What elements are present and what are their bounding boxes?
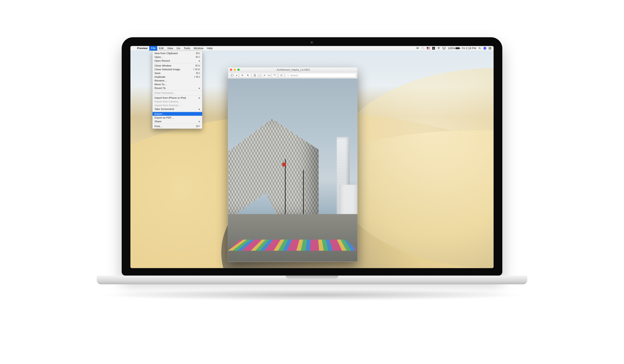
cloud-sync-icon[interactable] <box>421 47 424 50</box>
us-flag-icon[interactable] <box>427 47 430 50</box>
svg-point-0 <box>439 49 439 49</box>
file-menu-item[interactable]: Export as PDF… <box>153 116 202 119</box>
menu-help[interactable]: Help <box>205 46 214 51</box>
file-menu-item[interactable]: Print…⌘P <box>153 124 202 128</box>
menu-item-label: Import from Scanner… <box>155 104 200 107</box>
image-traffic-pole <box>285 159 286 221</box>
sidebar-toggle-caret[interactable]: ▾ <box>235 73 238 77</box>
markup-pen-button[interactable] <box>262 73 267 77</box>
file-menu-item[interactable]: Import from iPhone or iPad▸ <box>153 96 202 100</box>
file-menu-item[interactable]: Close Selected Image⇧⌘W <box>153 67 202 71</box>
menu-bar-clock[interactable]: Fri 2:18 PM <box>462 47 476 50</box>
menu-item-label: Share <box>155 120 199 123</box>
file-menu-item: Import from Camera… <box>153 100 202 103</box>
file-menu-item[interactable]: Export… <box>153 112 202 116</box>
menu-item-label: Rename… <box>155 79 200 82</box>
airplay-icon[interactable] <box>442 47 446 50</box>
a-square-icon[interactable]: A <box>432 47 435 50</box>
laptop-camera <box>310 41 314 44</box>
submenu-arrow-icon: ▸ <box>199 120 200 123</box>
rotate-button[interactable] <box>272 73 277 78</box>
window-title: Architecture_Hayley_LA.HEIC <box>277 68 310 71</box>
submenu-arrow-icon: ▸ <box>199 59 200 62</box>
file-menu-item: Enter Password… <box>153 91 202 95</box>
menu-item-shortcut: ⌘O <box>195 55 200 58</box>
file-menu-item[interactable]: Take Screenshot▸ <box>153 107 202 111</box>
menu-item-label: Open… <box>155 55 195 58</box>
battery-status[interactable]: 100% <box>448 47 460 50</box>
menu-item-label: Print… <box>155 125 196 128</box>
menu-item-shortcut: ⌘P <box>196 125 200 128</box>
battery-percent-text: 100% <box>448 47 455 50</box>
file-menu-dropdown: New from Clipboard⌘NOpen…⌘OOpen Recent▸C… <box>152 51 202 129</box>
svg-point-2 <box>479 47 480 49</box>
menu-item-label: Export… <box>155 112 200 115</box>
spotlight-icon[interactable] <box>478 47 481 50</box>
menu-item-shortcut: ⌘N <box>196 52 200 55</box>
window-close-button[interactable] <box>230 69 232 71</box>
menu-file[interactable]: File <box>149 46 157 51</box>
sidebar-toggle-button[interactable] <box>230 73 235 77</box>
menu-item-label: Open Recent <box>155 59 199 62</box>
window-zoom-button[interactable] <box>237 69 240 71</box>
toolbar-search[interactable]: Search <box>286 73 356 78</box>
menu-view[interactable]: View <box>165 46 175 51</box>
file-menu-item[interactable]: Share▸ <box>153 119 202 123</box>
menu-tools[interactable]: Tools <box>182 46 192 51</box>
file-menu-item[interactable]: Revert To▸ <box>153 86 202 90</box>
image-traffic-sign <box>282 163 286 166</box>
macos-desktop: Preview File Edit View Go Tools Window H… <box>130 46 494 268</box>
menu-item-shortcut: ⌘W <box>195 64 200 67</box>
menu-separator <box>153 63 202 63</box>
file-menu-item: Import from Scanner… <box>153 103 202 107</box>
file-menu-item[interactable]: New from Clipboard⌘N <box>153 51 202 55</box>
preview-toolbar: ▾ <box>228 72 357 78</box>
notification-center-icon[interactable] <box>489 47 491 49</box>
search-placeholder: Search <box>290 74 298 77</box>
search-icon <box>287 74 289 77</box>
menu-item-label: Take Screenshot <box>155 107 199 110</box>
file-menu-item[interactable]: Move To… <box>153 82 202 86</box>
laptop-base <box>97 276 527 284</box>
file-menu-item[interactable]: Close Window⌘W <box>153 64 202 67</box>
dropbox-icon[interactable] <box>416 47 419 50</box>
menu-item-label: Import from iPhone or iPad <box>155 96 199 99</box>
menu-item-label: Close Selected Image <box>155 68 193 71</box>
menu-item-label: Close Window <box>155 64 195 67</box>
share-button[interactable] <box>252 73 258 78</box>
toolbar-divider <box>259 74 260 77</box>
title-back-chevron-icon: ‹ <box>275 69 276 71</box>
menu-item-label: Save <box>155 72 196 75</box>
markup-toolbar-button[interactable] <box>279 73 284 78</box>
menu-item-shortcut: ⇧⌘S <box>194 75 200 78</box>
submenu-arrow-icon: ▸ <box>199 86 200 89</box>
menu-item-label: Enter Password… <box>155 91 200 94</box>
menu-item-shortcut: ⌘S <box>196 72 200 75</box>
app-name[interactable]: Preview <box>135 46 149 51</box>
image-ground <box>228 214 357 262</box>
menu-bar: Preview File Edit View Go Tools Window H… <box>130 46 494 51</box>
laptop-shadow <box>97 289 527 300</box>
window-titlebar[interactable]: ‹ Architecture_Hayley_LA.HEIC <box>228 67 357 72</box>
menu-item-label: Move To… <box>155 83 200 86</box>
file-menu-item[interactable]: Save⌘S <box>153 71 202 75</box>
window-minimize-button[interactable] <box>234 69 236 71</box>
submenu-arrow-icon: ▸ <box>199 107 200 110</box>
menu-window[interactable]: Window <box>192 46 205 51</box>
zoom-out-button[interactable] <box>240 73 245 77</box>
file-menu-item[interactable]: Open Recent▸ <box>153 59 202 62</box>
menu-edit[interactable]: Edit <box>157 46 165 51</box>
macbook-mockup: Preview File Edit View Go Tools Window H… <box>122 37 502 300</box>
svg-point-8 <box>287 75 288 76</box>
markup-caret[interactable]: ▾ <box>267 73 271 77</box>
user-avatar-icon[interactable] <box>483 47 486 50</box>
zoom-in-button[interactable] <box>245 73 251 77</box>
file-menu-item[interactable]: Rename… <box>153 78 202 82</box>
image-canvas[interactable] <box>228 78 357 262</box>
menu-go[interactable]: Go <box>175 46 182 51</box>
menu-item-label: New from Clipboard <box>155 52 196 55</box>
wifi-icon[interactable] <box>437 47 440 50</box>
file-menu-item[interactable]: Open…⌘O <box>153 55 202 59</box>
menu-separator <box>153 124 202 124</box>
file-menu-item[interactable]: Duplicate⇧⌘S <box>153 75 202 78</box>
